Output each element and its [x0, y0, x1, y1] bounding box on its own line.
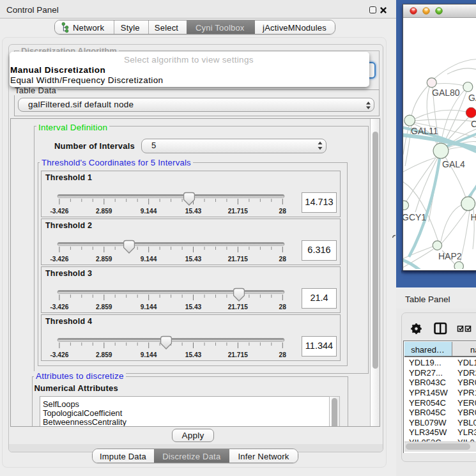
svg-text:2.859: 2.859: [96, 256, 112, 263]
svg-text:HAP2: HAP2: [438, 251, 462, 261]
svg-text:2.859: 2.859: [96, 303, 112, 311]
svg-text:15.43: 15.43: [185, 256, 202, 263]
svg-text:-3.426: -3.426: [50, 351, 68, 358]
svg-text:21.715: 21.715: [228, 256, 248, 263]
svg-text:GAL11: GAL11: [411, 126, 438, 136]
svg-text:2.859: 2.859: [96, 208, 112, 215]
svg-text:28: 28: [279, 303, 287, 311]
svg-text:28: 28: [279, 351, 287, 358]
svg-text:21.715: 21.715: [228, 351, 248, 358]
svg-text:-3.426: -3.426: [50, 208, 68, 215]
svg-text:-3.426: -3.426: [50, 303, 68, 311]
svg-text:28: 28: [279, 208, 287, 215]
svg-text:15.43: 15.43: [185, 303, 202, 311]
svg-text:CY: CY: [471, 119, 476, 129]
svg-text:15.43: 15.43: [185, 351, 202, 358]
svg-text:GAL80: GAL80: [432, 88, 460, 98]
svg-text:15.43: 15.43: [185, 208, 202, 215]
svg-text:9.144: 9.144: [141, 351, 157, 358]
svg-text:9.144: 9.144: [141, 208, 157, 215]
svg-text:21.715: 21.715: [228, 208, 248, 215]
svg-text:GAL4: GAL4: [442, 159, 465, 169]
svg-text:28: 28: [279, 256, 287, 263]
svg-text:2.859: 2.859: [96, 351, 112, 358]
svg-text:GCY1: GCY1: [403, 212, 426, 222]
svg-text:GA: GA: [468, 93, 476, 103]
svg-text:-3.426: -3.426: [50, 256, 68, 263]
svg-text:21.715: 21.715: [228, 303, 248, 311]
svg-text:9.144: 9.144: [141, 256, 157, 263]
svg-text:H: H: [471, 212, 476, 222]
svg-text:9.144: 9.144: [141, 303, 157, 311]
